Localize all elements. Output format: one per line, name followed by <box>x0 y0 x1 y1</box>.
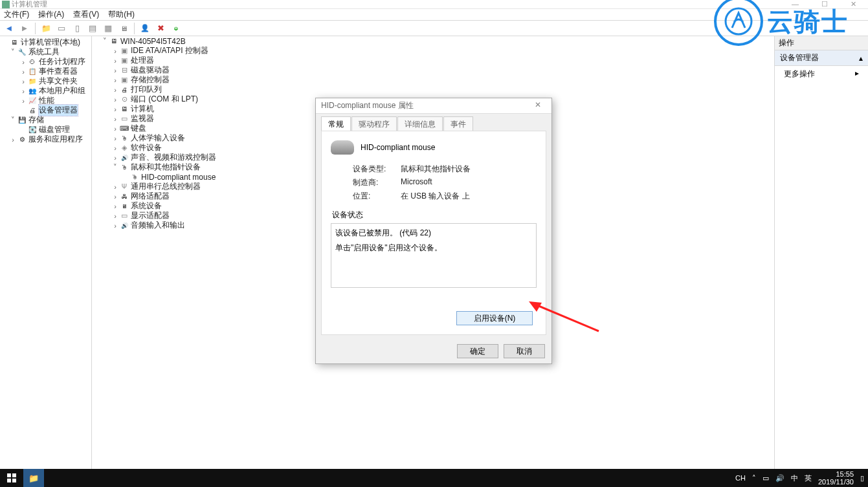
user-button[interactable] <box>139 22 151 35</box>
dev-cpu[interactable]: ›处理器 <box>92 56 774 65</box>
tree-task-scheduler[interactable]: ›任务计划程序 <box>0 57 91 67</box>
tab-general[interactable]: 常规 <box>321 116 351 131</box>
prop-type-label: 设备类型: <box>353 164 401 175</box>
prop-vendor: 制造商: Microsoft <box>353 177 537 188</box>
dev-storage-ctl[interactable]: ›存储控制器 <box>92 75 774 85</box>
svg-rect-6 <box>12 479 16 482</box>
separator <box>134 23 135 34</box>
taskbar-app[interactable]: 📁 <box>23 469 44 487</box>
taskbar: 📁 CH ˄ ▭ 🔊 中 英 15:55 2019/11/30 ▯ <box>0 469 868 487</box>
status-line2: 单击"启用设备"启用这个设备。 <box>335 243 532 254</box>
dev-computer[interactable]: ˅WIN-405P4I5T42B <box>92 36 774 46</box>
scan-button[interactable] <box>117 22 130 35</box>
dev-diskdrives[interactable]: ›磁盘驱动器 <box>92 65 774 75</box>
clock[interactable]: 15:55 2019/11/30 <box>818 470 854 486</box>
status-label: 设备状态 <box>332 210 537 221</box>
collapse-icon: ▴ <box>859 54 863 63</box>
window-title: 计算机管理 <box>12 0 47 9</box>
forward-button[interactable] <box>18 22 31 35</box>
explorer-icon: 📁 <box>28 473 39 483</box>
dialog-titlebar[interactable]: HID-compliant mouse 属性 ✕ <box>316 98 551 114</box>
properties-dialog: HID-compliant mouse 属性 ✕ 常规 驱动程序 详细信息 事件… <box>315 98 552 364</box>
svg-rect-4 <box>12 473 16 477</box>
tree-storage[interactable]: ˅存储 <box>0 115 91 125</box>
prop-location-label: 位置: <box>353 191 401 202</box>
prop-location: 位置: 在 USB 输入设备 上 <box>353 191 537 202</box>
actions-more-label: 更多操作 <box>784 69 815 80</box>
left-tree-pane: 计算机管理(本地) ˅系统工具 ›任务计划程序 ›事件查看器 ›共享文件夹 ›本… <box>0 36 92 469</box>
view-button-4[interactable] <box>102 22 115 35</box>
prop-location-value: 在 USB 输入设备 上 <box>401 191 470 202</box>
status-textbox[interactable]: 该设备已被禁用。 (代码 22) 单击"启用设备"启用这个设备。 <box>331 223 537 288</box>
chevron-right-icon: ▸ <box>855 69 859 80</box>
separator <box>35 23 36 34</box>
menu-file[interactable]: 文件(F) <box>4 9 29 20</box>
tab-driver[interactable]: 驱动程序 <box>351 116 397 131</box>
view-button-1[interactable] <box>55 22 68 35</box>
device-header: HID-compliant mouse <box>331 140 537 155</box>
status-line1: 该设备已被禁用。 (代码 22) <box>335 228 532 239</box>
dialog-tabs: 常规 驱动程序 详细信息 事件 <box>316 116 551 131</box>
ime-indicator[interactable]: CH <box>735 474 746 482</box>
tree-shared-folders[interactable]: ›共享文件夹 <box>0 76 91 86</box>
tree-performance[interactable]: ›性能 <box>0 96 91 105</box>
dev-ide[interactable]: ›IDE ATA/ATAPI 控制器 <box>92 46 774 56</box>
svg-rect-3 <box>7 473 11 477</box>
watermark-logo-icon <box>714 0 763 46</box>
prop-type: 设备类型: 鼠标和其他指针设备 <box>353 164 537 175</box>
watermark: 云骑士 <box>714 0 849 46</box>
tree-system-tools[interactable]: ˅系统工具 <box>0 47 91 57</box>
tree-root[interactable]: 计算机管理(本地) <box>0 38 91 47</box>
mouse-icon <box>331 140 354 155</box>
dialog-title: HID-compliant mouse 属性 <box>321 100 414 111</box>
app-icon <box>2 1 10 8</box>
clock-date: 2019/11/30 <box>818 478 854 486</box>
ok-button[interactable]: 确定 <box>457 344 498 358</box>
tree-device-manager[interactable]: 设备管理器 <box>0 105 91 115</box>
system-tray: CH ˄ ▭ 🔊 中 英 15:55 2019/11/30 ▯ <box>735 470 868 486</box>
actions-category[interactable]: 设备管理器 ▴ <box>775 50 868 66</box>
volume-icon[interactable]: 🔊 <box>775 474 785 482</box>
menu-help[interactable]: 帮助(H) <box>108 9 135 20</box>
menu-view[interactable]: 查看(V) <box>73 9 99 20</box>
disable-button[interactable] <box>154 22 167 35</box>
watermark-text: 云骑士 <box>767 4 849 39</box>
network-icon[interactable]: ▭ <box>762 474 769 482</box>
ime-lang[interactable]: 中 <box>791 473 798 483</box>
enable-button[interactable] <box>170 22 183 35</box>
tree-disk-mgmt[interactable]: 磁盘管理 <box>0 125 91 135</box>
dialog-close-button[interactable]: ✕ <box>527 100 549 109</box>
clock-time: 15:55 <box>818 470 854 478</box>
tab-details[interactable]: 详细信息 <box>397 116 443 131</box>
device-name: HID-compliant mouse <box>361 143 435 152</box>
dialog-body: HID-compliant mouse 设备类型: 鼠标和其他指针设备 制造商:… <box>321 131 546 335</box>
tray-up-icon[interactable]: ˄ <box>752 474 756 482</box>
back-button[interactable] <box>3 22 16 35</box>
actions-pane: 操作 设备管理器 ▴ 更多操作 ▸ <box>775 36 868 469</box>
up-button[interactable] <box>39 22 52 35</box>
tree-services-apps[interactable]: ›服务和应用程序 <box>0 135 91 144</box>
svg-rect-5 <box>7 479 11 482</box>
tree-local-users[interactable]: ›本地用户和组 <box>0 86 91 96</box>
dev-print-queues[interactable]: ›打印队列 <box>92 85 774 94</box>
dialog-buttons: 确定 取消 <box>457 344 545 358</box>
view-button-3[interactable] <box>86 22 99 35</box>
menu-action[interactable]: 操作(A) <box>38 9 64 20</box>
prop-vendor-value: Microsoft <box>401 177 432 188</box>
enable-device-button[interactable]: 启用设备(N) <box>456 311 533 325</box>
start-button[interactable] <box>0 469 23 487</box>
actions-more[interactable]: 更多操作 ▸ <box>775 66 868 82</box>
tree-event-viewer[interactable]: ›事件查看器 <box>0 67 91 76</box>
ime-mode[interactable]: 英 <box>805 473 812 483</box>
tab-events[interactable]: 事件 <box>443 116 473 131</box>
view-button-2[interactable] <box>71 22 83 35</box>
prop-vendor-label: 制造商: <box>353 177 401 188</box>
cancel-button[interactable]: 取消 <box>504 344 545 358</box>
prop-type-value: 鼠标和其他指针设备 <box>401 164 471 175</box>
actions-category-label: 设备管理器 <box>780 52 819 63</box>
notification-icon[interactable]: ▯ <box>860 474 864 482</box>
